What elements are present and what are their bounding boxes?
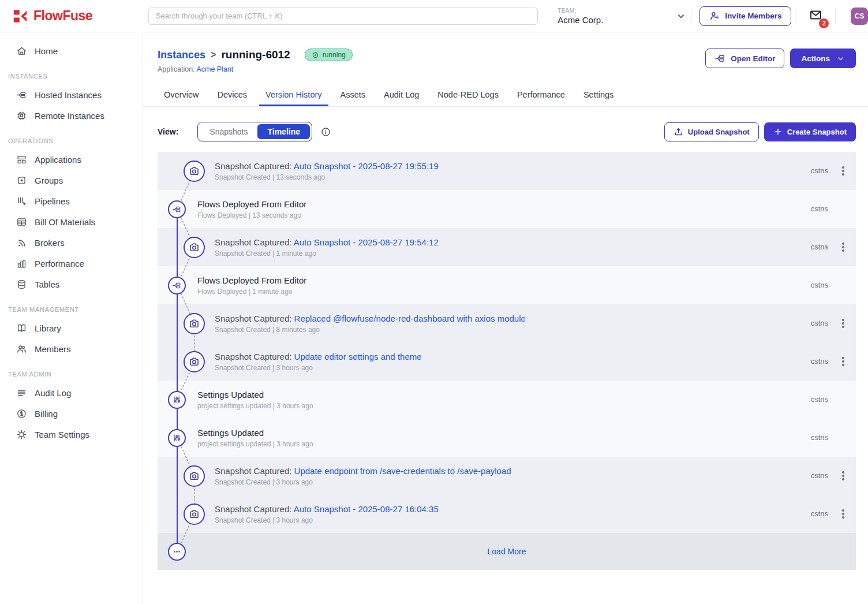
tab-audit-log[interactable]: Audit Log — [377, 85, 425, 106]
sidebar-item-team-settings[interactable]: Team Settings — [0, 424, 143, 445]
open-editor-button[interactable]: Open Editor — [705, 49, 784, 68]
home-icon — [16, 46, 27, 57]
snapshot-link[interactable]: Auto Snapshot - 2025-08-27 19:55:19 — [294, 161, 439, 171]
page-header: Instances > running-6012 running Applica… — [143, 32, 868, 73]
snapshot-link[interactable]: Update editor settings and theme — [294, 352, 422, 361]
invite-members-label: Invite Members — [725, 12, 781, 20]
divider — [796, 9, 796, 24]
page-title: running-6012 — [221, 49, 290, 61]
notifications-button[interactable]: 2 — [808, 8, 824, 24]
sidebar-item-label: Groups — [35, 176, 63, 185]
sidebar-item-library[interactable]: Library — [0, 318, 143, 338]
upload-snapshot-button[interactable]: Upload Snapshot — [664, 122, 759, 141]
search-input[interactable] — [148, 8, 538, 25]
kebab-menu-icon[interactable] — [838, 164, 848, 177]
toggle-timeline[interactable]: Timeline — [257, 124, 310, 139]
row-title-prefix: Snapshot Captured: — [215, 314, 294, 323]
notifications-badge: 2 — [819, 18, 829, 28]
row-meta: Snapshot Created | 3 hours ago — [215, 516, 439, 524]
load-more-link[interactable]: Load More — [158, 547, 856, 556]
sidebar-item-home[interactable]: Home — [0, 40, 143, 61]
row-title-prefix: Snapshot Captured: — [215, 352, 294, 361]
team-selector[interactable]: TEAM: Acme Corp. — [558, 8, 686, 25]
kebab-menu-icon[interactable] — [838, 355, 848, 368]
timeline-row-event: Flows Deployed From Editor Flows Deploye… — [158, 266, 856, 304]
row-title: Settings Updated — [197, 428, 313, 438]
row-meta: Flows Deployed | 13 seconds ago — [197, 211, 306, 219]
sidebar-item-remote-instances[interactable]: Remote Instances — [0, 105, 143, 126]
row-content: Flows Deployed From Editor Flows Deploye… — [197, 199, 306, 219]
breadcrumb-instances-link[interactable]: Instances — [158, 49, 205, 61]
billing-icon — [16, 408, 27, 419]
tab-assets[interactable]: Assets — [334, 85, 372, 106]
snapshot-actions: Upload Snapshot Create Snapshot — [664, 122, 856, 141]
snapshot-link[interactable]: Replaced @flowfuse/node-red-dashboard wi… — [294, 314, 526, 323]
tab-node-red-logs[interactable]: Node-RED Logs — [431, 85, 505, 106]
actions-label: Actions — [801, 54, 830, 63]
sidebar-item-label: Billing — [35, 409, 58, 419]
sidebar-item-performance[interactable]: Performance — [0, 253, 143, 274]
tab-devices[interactable]: Devices — [211, 85, 253, 106]
page-actions: Open Editor Actions — [705, 49, 856, 68]
row-user: cstns — [811, 281, 828, 289]
app-root: FlowFuse TEAM: Acme Corp. Invite Members… — [0, 0, 868, 604]
info-icon[interactable] — [320, 126, 331, 137]
kebab-menu-icon[interactable] — [838, 240, 848, 253]
sidebar: Home INSTANCES Hosted Instances Remote I… — [0, 32, 143, 604]
snapshot-link[interactable]: Auto Snapshot - 2025-08-27 19:54:12 — [294, 237, 439, 247]
user-avatar[interactable]: CS — [851, 8, 868, 25]
flow-icon — [16, 90, 27, 100]
divider — [691, 9, 691, 24]
breadcrumb-separator: > — [211, 50, 216, 60]
sidebar-item-bill-of-materials[interactable]: Bill Of Materials — [0, 211, 143, 232]
sidebar-item-label: Pipelines — [35, 196, 70, 206]
sidebar-item-applications[interactable]: Applications — [0, 149, 143, 170]
chevron-down-icon — [836, 54, 845, 63]
application-link[interactable]: Acme Plant — [196, 65, 233, 73]
sidebar-item-label: Brokers — [35, 238, 65, 248]
snapshot-link[interactable]: Auto Snapshot - 2025-08-27 16:04:35 — [294, 504, 439, 514]
tab-version-history[interactable]: Version History — [259, 85, 328, 106]
version-history-timeline: Snapshot Captured: Auto Snapshot - 2025-… — [158, 152, 856, 570]
timeline-row-snapshot: Snapshot Captured: Auto Snapshot - 2025-… — [158, 152, 856, 190]
sidebar-item-billing[interactable]: Billing — [0, 403, 143, 424]
top-header: FlowFuse TEAM: Acme Corp. Invite Members… — [0, 0, 868, 32]
flowfuse-logo[interactable]: FlowFuse — [0, 8, 141, 25]
camera-icon — [184, 351, 205, 372]
row-content: Settings Updated project.settings.update… — [197, 428, 313, 448]
tab-overview[interactable]: Overview — [158, 85, 205, 106]
team-selector-text: TEAM: Acme Corp. — [558, 8, 603, 25]
sidebar-item-hosted-instances[interactable]: Hosted Instances — [0, 84, 143, 105]
book-icon — [16, 323, 27, 334]
sidebar-item-pipelines[interactable]: Pipelines — [0, 191, 143, 211]
invite-members-button[interactable]: Invite Members — [699, 6, 791, 26]
sidebar-item-groups[interactable]: Groups — [0, 170, 143, 191]
timeline-row-snapshot: Snapshot Captured: Auto Snapshot - 2025-… — [158, 495, 856, 533]
snapshot-link[interactable]: Update endpoint from /save-credentials t… — [294, 466, 511, 476]
team-name: Acme Corp. — [558, 15, 603, 25]
sidebar-item-label: Hosted Instances — [35, 90, 102, 100]
create-snapshot-button[interactable]: Create Snapshot — [764, 122, 856, 141]
row-meta: Snapshot Created | 8 minutes ago — [215, 326, 526, 334]
sidebar-item-audit-log[interactable]: Audit Log — [0, 382, 143, 403]
ellipsis-icon — [168, 543, 186, 561]
actions-button[interactable]: Actions — [790, 49, 856, 68]
tab-settings[interactable]: Settings — [577, 85, 620, 106]
row-user: cstns — [811, 166, 828, 175]
kebab-menu-icon[interactable] — [838, 469, 848, 482]
tab-performance[interactable]: Performance — [511, 85, 571, 106]
sidebar-item-tables[interactable]: Tables — [0, 274, 143, 294]
sidebar-item-members[interactable]: Members — [0, 338, 143, 359]
sidebar-item-label: Audit Log — [35, 388, 71, 398]
kebab-menu-icon[interactable] — [838, 316, 848, 330]
row-content: Snapshot Captured: Auto Snapshot - 2025-… — [215, 161, 439, 181]
toggle-snapshots[interactable]: Snapshots — [200, 124, 257, 139]
sliders-icon — [168, 391, 186, 409]
sidebar-item-label: Tables — [35, 279, 59, 289]
sidebar-item-brokers[interactable]: Brokers — [0, 232, 143, 253]
row-meta: Snapshot Created | 13 seconds ago — [215, 173, 439, 181]
kebab-menu-icon[interactable] — [838, 507, 848, 520]
row-user: cstns — [811, 319, 828, 327]
view-toolbar: View: Snapshots Timeline Upload Snapshot… — [158, 122, 856, 141]
applications-icon — [16, 154, 27, 165]
